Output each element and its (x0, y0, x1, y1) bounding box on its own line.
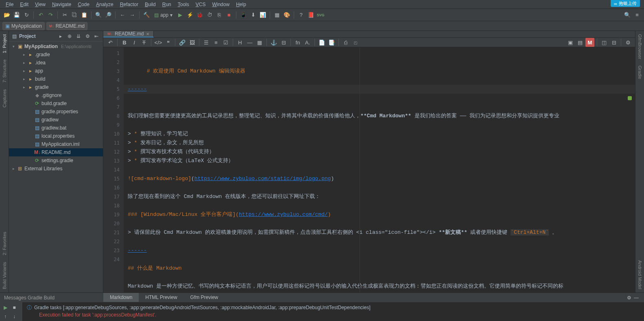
help-icon[interactable]: ? (297, 11, 306, 20)
table-icon[interactable]: ▦ (255, 38, 264, 47)
line-18[interactable]: > 请保留此份 Cmd Markdown 的欢迎稿兼使用说明，如需撰写新稿件，点… (128, 229, 557, 235)
tab-markdown[interactable]: Markdown (103, 293, 139, 302)
run-icon[interactable]: ▶ (176, 11, 185, 20)
debug-icon[interactable]: 🐞 (195, 11, 204, 20)
tool-tab-captures[interactable]: Captures (1, 86, 8, 111)
menu-refactor[interactable]: Refactor (117, 1, 142, 8)
tool-tab-structure[interactable]: 7: Structure (1, 56, 8, 86)
bold-icon[interactable]: B (120, 38, 129, 47)
line-5[interactable]: 我们理解您需要更便捷更高效的工具记录思想，整理笔记、知识，并将其中承载的价值传播… (128, 113, 559, 119)
editor-body[interactable]: 123456789101112131415161718192021222324 … (103, 47, 635, 292)
tool-tab-favorites[interactable]: 2: Favorites (1, 229, 8, 258)
line-12[interactable]: ![cmd-markdown-logo](https://www.zybuluo… (128, 176, 334, 182)
view1-icon[interactable]: ▣ (566, 38, 575, 47)
messages-output[interactable]: ⓘGradle tasks [:app:generateDebugSources… (23, 302, 644, 321)
view2-icon[interactable]: ▤ (576, 38, 585, 47)
editor-tab-readme[interactable]: M↓ README.md ✕ (103, 31, 154, 37)
forward-icon[interactable]: → (128, 11, 137, 20)
tool-tab-android-model[interactable]: Android Model (637, 257, 643, 292)
tab-html-preview[interactable]: HTML Preview (139, 293, 183, 302)
sync-icon[interactable]: ↻ (22, 11, 31, 20)
line-1[interactable]: # 欢迎使用 Cmd Markdown 编辑阅读器 (147, 68, 245, 74)
up-icon[interactable]: ↑ (2, 313, 9, 320)
line-8[interactable]: > * 发布日记，杂文，所见所想 (128, 140, 204, 146)
italic-icon[interactable]: I (130, 38, 139, 47)
stop-icon[interactable]: ■ (11, 304, 18, 311)
save-icon[interactable]: 💾 (12, 11, 21, 20)
tree-item-gradlew[interactable]: ▤gradlew (9, 116, 103, 124)
menu-analyze[interactable]: Analyze (93, 1, 117, 8)
menu-window[interactable]: Window (209, 1, 233, 8)
menu-view[interactable]: View (32, 1, 49, 8)
tool-tab-build-variants[interactable]: Build Variants (1, 259, 8, 292)
line-10[interactable]: > * 撰写发布学术论文（LaTeX 公式支持） (128, 158, 234, 164)
down-icon[interactable]: ↓ (11, 313, 18, 320)
line-16[interactable]: ### [Windows/Mac/Linux 全平台客户端](https://w… (128, 211, 331, 218)
back-icon[interactable]: ← (118, 11, 127, 20)
line-24[interactable]: Markdown 是一种方便记忆、书写的纯文本标记语言，用户可以使用这些标记符号… (128, 283, 563, 289)
menu-build[interactable]: Build (142, 1, 159, 8)
menu-run[interactable]: Run (159, 1, 175, 8)
tree-external-libraries[interactable]: ▸ ⊞ External Libraries (9, 165, 103, 173)
menu-icon[interactable]: ≡ (633, 11, 642, 20)
tree-item-build-gradle[interactable]: ⟳build.gradle (9, 99, 103, 108)
split-h-icon[interactable]: ◫ (600, 38, 609, 47)
layout-icon[interactable]: ▦ (273, 11, 282, 20)
code-area[interactable]: # 欢迎使用 Cmd Markdown 编辑阅读器 ------ 我们理解您需要… (124, 47, 635, 292)
fn-icon[interactable]: fn (293, 38, 302, 47)
tree-item-gradlew-bat[interactable]: ▤gradlew.bat (9, 124, 103, 132)
code-icon[interactable]: </> (154, 38, 163, 47)
make-icon[interactable]: 🔨 (142, 11, 151, 20)
search-everywhere-icon[interactable]: 🔍 (623, 11, 632, 20)
tree-root[interactable]: ▾ ▣ MyApplication E:\application\ti (9, 42, 103, 51)
menu-vcs[interactable]: VCS (192, 1, 209, 8)
minimize-icon[interactable]: — (633, 295, 640, 301)
close-icon[interactable]: ✕ (146, 32, 149, 36)
book-icon[interactable]: 📕 (306, 11, 315, 20)
avd-icon[interactable]: 📱 (239, 11, 248, 20)
tree-item-MyApplication-iml[interactable]: ▤MyApplication.iml (9, 140, 103, 148)
tree-item-build[interactable]: ▸▸build (9, 75, 103, 83)
menu-file[interactable]: File (2, 1, 17, 8)
menu-navigate[interactable]: Navigate (49, 1, 74, 8)
upload-button[interactable]: ∞ 抱银上传 (611, 0, 640, 7)
link-icon[interactable]: 🔗 (178, 38, 187, 47)
split-v-icon[interactable]: ⊟ (609, 38, 618, 47)
paste-icon[interactable]: 📋 (80, 11, 89, 20)
svg-icon[interactable]: SVG (316, 11, 325, 20)
undo-md-icon[interactable]: ↶ (106, 38, 115, 47)
tree-item-local-properties[interactable]: ▤local.properties (9, 132, 103, 140)
cut-icon[interactable]: ✂ (60, 11, 69, 20)
gear-icon[interactable]: ⚙ (84, 33, 91, 39)
inspection-indicator[interactable] (628, 96, 632, 100)
tree-item-gradle[interactable]: ▸▸gradle (9, 83, 103, 91)
line-14[interactable]: 除了您现在看到的这个 Cmd Markdown 在线版本，您还可以前往以下网址下… (128, 193, 320, 200)
hide-icon[interactable]: ⇤ (93, 33, 100, 39)
tool-tab-gradle[interactable]: Gradle (637, 62, 643, 82)
image-icon[interactable]: 🖼 (188, 38, 196, 47)
tree-item--gitignore[interactable]: ◆.gitignore (9, 91, 103, 99)
line-22[interactable]: ## 什么是 Markdown (128, 265, 182, 271)
apply-changes-icon[interactable]: ⚡ (186, 11, 194, 20)
copy-icon[interactable]: ⿻ (70, 11, 79, 20)
ddms-icon[interactable]: 📊 (258, 11, 267, 20)
more1-icon[interactable]: ⎙ (341, 38, 350, 47)
anchor-icon[interactable]: ⚓ (269, 38, 278, 47)
abbr-icon[interactable]: A. (303, 38, 312, 47)
redo-icon[interactable]: ↷ (46, 11, 55, 20)
more2-icon[interactable]: ⏍ (351, 38, 360, 47)
sdk-icon[interactable]: ⬇ (249, 11, 258, 20)
hr-icon[interactable]: — (245, 38, 254, 47)
doc-icon[interactable]: 📄 (317, 38, 326, 47)
ol-icon[interactable]: ≡ (212, 38, 220, 47)
project-tree[interactable]: ▾ ▣ MyApplication E:\application\ti ▸▸.g… (9, 42, 103, 292)
tool-tab-gfmbrowser[interactable]: GfmBrowser (637, 31, 643, 62)
menu-edit[interactable]: Edit (17, 1, 32, 8)
line-20[interactable]: ------ (128, 247, 147, 253)
attach-icon[interactable]: ⎘ (215, 11, 224, 20)
tab-gfm-preview[interactable]: Gfm Preview (184, 293, 225, 302)
task-icon[interactable]: ☑ (221, 38, 230, 47)
tool-tab-project[interactable]: 1: Project (1, 31, 8, 56)
profile-icon[interactable]: ⏱ (205, 11, 214, 20)
line-3[interactable]: ------ (124, 85, 635, 94)
